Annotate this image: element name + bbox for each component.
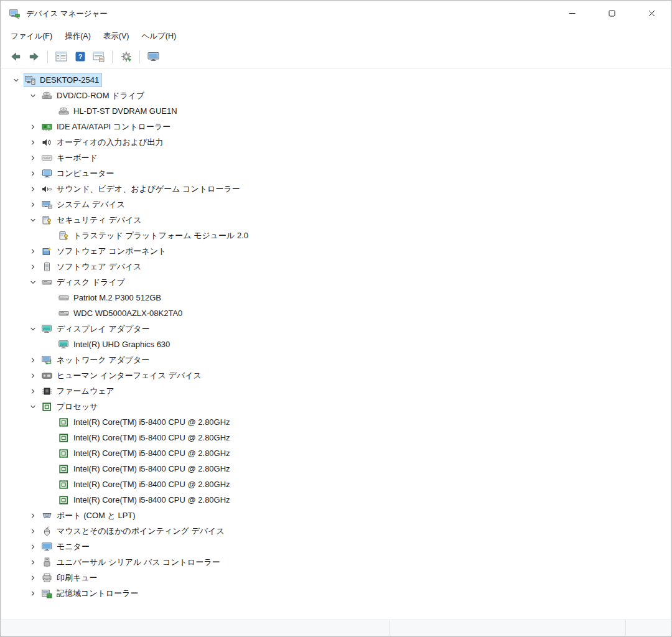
- tree-item[interactable]: WDC WD5000AZLX-08K2TA0: [1, 305, 671, 321]
- chevron-right-icon[interactable]: [26, 201, 40, 208]
- tree-item[interactable]: コンピューター: [1, 165, 671, 181]
- chevron-right-icon[interactable]: [26, 559, 40, 566]
- tree-item-content[interactable]: 記憶域コントローラー: [40, 586, 142, 600]
- tree-item[interactable]: Patriot M.2 P300 512GB: [1, 290, 671, 305]
- tree-item-content[interactable]: Intel(R) Core(TM) i5-8400 CPU @ 2.80GHz: [57, 493, 233, 507]
- properties-button[interactable]: [90, 49, 107, 65]
- tree-item[interactable]: ポート (COM と LPT): [1, 508, 671, 523]
- tree-item[interactable]: DVD/CD-ROM ドライブ: [1, 88, 671, 103]
- tree-item-content[interactable]: システム デバイス: [40, 197, 128, 212]
- tree-item-content[interactable]: ユニバーサル シリアル バス コントローラー: [40, 555, 223, 569]
- tree-item-content[interactable]: Intel(R) Core(TM) i5-8400 CPU @ 2.80GHz: [57, 430, 233, 445]
- chevron-right-icon[interactable]: [26, 543, 40, 551]
- tree-item-content[interactable]: ソフトウェア デバイス: [40, 259, 145, 274]
- tree-item-content[interactable]: ネットワーク アダプター: [40, 353, 152, 367]
- tree-item-content[interactable]: ポート (COM と LPT): [40, 508, 139, 523]
- tree-item[interactable]: システム デバイス: [1, 197, 671, 212]
- chevron-right-icon[interactable]: [26, 139, 40, 146]
- chevron-right-icon[interactable]: [26, 512, 40, 519]
- help-button[interactable]: ?: [72, 49, 88, 65]
- tree-item[interactable]: IDE ATA/ATAPI コントローラー: [1, 119, 671, 134]
- minimize-button[interactable]: [552, 1, 592, 27]
- tree-item-content[interactable]: プロセッサ: [40, 399, 101, 414]
- tree-item[interactable]: Intel(R) Core(TM) i5-8400 CPU @ 2.80GHz: [1, 414, 671, 430]
- chevron-right-icon[interactable]: [26, 356, 40, 364]
- chevron-right-icon[interactable]: [26, 590, 40, 597]
- tree-item[interactable]: プロセッサ: [1, 399, 671, 414]
- tree-item-content[interactable]: トラステッド プラットフォーム モジュール 2.0: [57, 228, 251, 243]
- chevron-right-icon[interactable]: [26, 123, 40, 131]
- chevron-right-icon[interactable]: [26, 574, 40, 582]
- tree-item[interactable]: ヒューマン インターフェイス デバイス: [1, 368, 671, 383]
- chevron-right-icon[interactable]: [26, 185, 40, 193]
- chevron-down-icon[interactable]: [9, 77, 24, 84]
- tree-item[interactable]: マウスとそのほかのポインティング デバイス: [1, 523, 671, 539]
- tree-item[interactable]: ファームウェア: [1, 383, 671, 399]
- tree-item-content[interactable]: HL-DT-ST DVDRAM GUE1N: [57, 104, 180, 118]
- tree-item-content[interactable]: ソフトウェア コンポーネント: [40, 244, 169, 258]
- tree-item[interactable]: 印刷キュー: [1, 570, 671, 585]
- tree-item[interactable]: サウンド、ビデオ、およびゲーム コントローラー: [1, 181, 671, 197]
- tree-item-content[interactable]: Intel(R) Core(TM) i5-8400 CPU @ 2.80GHz: [57, 415, 233, 429]
- tree-item-content[interactable]: ディスク ドライブ: [40, 275, 128, 289]
- tree-item-content[interactable]: コンピューター: [40, 166, 118, 180]
- tree-item[interactable]: ユニバーサル シリアル バス コントローラー: [1, 554, 671, 570]
- tree-item-content[interactable]: サウンド、ビデオ、およびゲーム コントローラー: [40, 182, 243, 196]
- tree-item[interactable]: セキュリティ デバイス: [1, 212, 671, 228]
- chevron-right-icon[interactable]: [26, 170, 40, 177]
- tree-item-content[interactable]: Intel(R) UHD Graphics 630: [57, 337, 173, 351]
- show-console-tree-button[interactable]: [53, 49, 70, 65]
- tree-item-content[interactable]: Patriot M.2 P300 512GB: [57, 291, 164, 305]
- tree-item[interactable]: DESKTOP-2541: [1, 72, 671, 88]
- menu-item-action[interactable]: 操作(A): [58, 29, 97, 44]
- chevron-down-icon[interactable]: [26, 92, 40, 100]
- tree-item[interactable]: Intel(R) UHD Graphics 630: [1, 337, 671, 352]
- tree-item-content[interactable]: モニター: [40, 539, 93, 554]
- tree-item-content[interactable]: DVD/CD-ROM ドライブ: [40, 88, 147, 103]
- chevron-down-icon[interactable]: [26, 403, 40, 411]
- chevron-right-icon[interactable]: [26, 372, 40, 379]
- tree-item[interactable]: モニター: [1, 539, 671, 554]
- tree-item-content[interactable]: ディスプレイ アダプター: [40, 322, 153, 336]
- tree-item[interactable]: ソフトウェア デバイス: [1, 259, 671, 274]
- back-button[interactable]: [7, 49, 24, 65]
- tree-item[interactable]: ディスプレイ アダプター: [1, 321, 671, 337]
- tree-item[interactable]: ディスク ドライブ: [1, 274, 671, 290]
- tree-item[interactable]: キーボード: [1, 150, 671, 165]
- tree-item-content[interactable]: WDC WD5000AZLX-08K2TA0: [57, 306, 185, 320]
- chevron-right-icon[interactable]: [26, 263, 40, 271]
- close-button[interactable]: [632, 1, 671, 27]
- tree-item-content[interactable]: Intel(R) Core(TM) i5-8400 CPU @ 2.80GHz: [57, 446, 233, 460]
- tree-item-content[interactable]: ヒューマン インターフェイス デバイス: [40, 368, 205, 383]
- chevron-down-icon[interactable]: [26, 216, 40, 224]
- chevron-right-icon[interactable]: [26, 248, 40, 255]
- menu-item-help[interactable]: ヘルプ(H): [135, 29, 182, 44]
- chevron-down-icon[interactable]: [26, 325, 40, 333]
- forward-button[interactable]: [26, 49, 42, 65]
- tree-item[interactable]: 記憶域コントローラー: [1, 585, 671, 601]
- chevron-right-icon[interactable]: [26, 528, 40, 535]
- chevron-right-icon[interactable]: [26, 154, 40, 162]
- tree-item-content[interactable]: マウスとそのほかのポインティング デバイス: [40, 524, 228, 538]
- tree-item-selection[interactable]: DESKTOP-2541: [24, 73, 102, 87]
- menu-item-view[interactable]: 表示(V): [97, 29, 136, 44]
- tree-item-content[interactable]: ファームウェア: [40, 384, 118, 398]
- tree-item-content[interactable]: キーボード: [40, 151, 101, 165]
- chevron-down-icon[interactable]: [26, 279, 40, 286]
- tree-item[interactable]: Intel(R) Core(TM) i5-8400 CPU @ 2.80GHz: [1, 492, 671, 508]
- tree-item[interactable]: トラステッド プラットフォーム モジュール 2.0: [1, 228, 671, 243]
- maximize-button[interactable]: [592, 1, 632, 27]
- tree-item[interactable]: Intel(R) Core(TM) i5-8400 CPU @ 2.80GHz: [1, 461, 671, 477]
- tree-item-content[interactable]: セキュリティ デバイス: [40, 213, 145, 227]
- tree-item-content[interactable]: オーディオの入力および出力: [40, 135, 166, 149]
- tree-item[interactable]: ソフトウェア コンポーネント: [1, 243, 671, 259]
- tree-item[interactable]: Intel(R) Core(TM) i5-8400 CPU @ 2.80GHz: [1, 430, 671, 445]
- tree-item[interactable]: HL-DT-ST DVDRAM GUE1N: [1, 103, 671, 119]
- tree-item-content[interactable]: Intel(R) Core(TM) i5-8400 CPU @ 2.80GHz: [57, 462, 233, 476]
- tree-item[interactable]: Intel(R) Core(TM) i5-8400 CPU @ 2.80GHz: [1, 477, 671, 492]
- tree-item-content[interactable]: 印刷キュー: [40, 570, 101, 585]
- tree-item-content[interactable]: IDE ATA/ATAPI コントローラー: [40, 119, 174, 134]
- tree-item-content[interactable]: Intel(R) Core(TM) i5-8400 CPU @ 2.80GHz: [57, 477, 233, 491]
- scan-hardware-changes-button[interactable]: [118, 49, 134, 65]
- chevron-right-icon[interactable]: [26, 388, 40, 395]
